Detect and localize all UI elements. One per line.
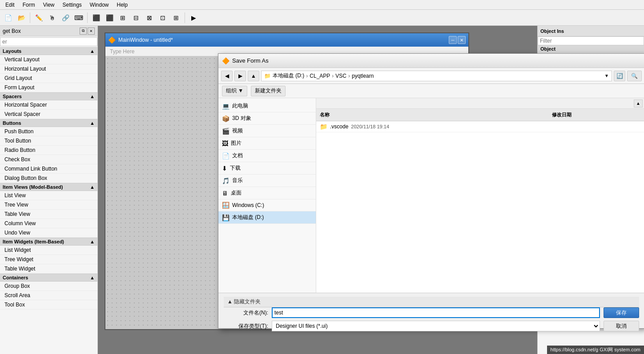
layout-split-v-button[interactable]: ⊡ [157, 12, 169, 24]
documents-label: 文档 [232, 152, 243, 159]
forward-button[interactable]: ▶ [234, 71, 246, 81]
widget-column-view[interactable]: Column View [0, 219, 97, 228]
cancel-button[interactable]: 取消 [604, 321, 639, 331]
breadcrumb-pyqtlearn[interactable]: pyqtlearn [352, 73, 374, 79]
menu-view[interactable]: View [40, 1, 58, 9]
widget-push-button[interactable]: Push Button [0, 127, 97, 136]
layout-form-button[interactable]: ⊟ [130, 12, 142, 24]
qt-minimize-btn[interactable]: ─ [449, 36, 457, 44]
save-button[interactable]: 保存 [604, 307, 639, 318]
menu-edit[interactable]: Edit [2, 1, 18, 9]
open-button[interactable]: 📂 [15, 12, 28, 24]
breadcrumb-app[interactable]: CL_APP [310, 73, 330, 79]
layout-split-h-button[interactable]: ⊠ [143, 12, 156, 24]
widget-search-input[interactable] [0, 37, 97, 46]
category-buttons[interactable]: Buttons▲ [0, 119, 97, 127]
file-item-vscode[interactable]: 📁 .vscode 2020/11/18 19:14 [316, 121, 644, 132]
layout-v-button[interactable]: ⬛ [103, 12, 116, 24]
widget-horizontal-spacer[interactable]: Horizontal Spacer [0, 100, 97, 110]
refresh-button[interactable]: 🔄 [614, 71, 625, 81]
menu-window[interactable]: Window [86, 1, 113, 9]
new-folder-button[interactable]: 新建文件夹 [251, 86, 286, 96]
sidebar-pictures[interactable]: 🖼 图片 [218, 137, 316, 150]
widget-table-widget[interactable]: Table Widget [0, 264, 97, 274]
hide-folder-row: ▲ 隐藏文件夹 [224, 297, 639, 307]
buddy-button[interactable]: 🔗 [59, 12, 72, 24]
layout-h-button[interactable]: ⬛ [90, 12, 102, 24]
widget-command-link-button[interactable]: Command Link Button [0, 164, 97, 174]
widget-group-box[interactable]: Group Box [0, 282, 97, 291]
vscode-folder-icon: 📁 [320, 123, 327, 130]
date-column-header[interactable]: 修改日期 [552, 111, 641, 118]
widget-tool-button[interactable]: Tool Button [0, 136, 97, 146]
widget-box-close-btn[interactable]: ✕ [88, 28, 95, 35]
sidebar-video[interactable]: 🎬 视频 [218, 125, 316, 137]
menu-form[interactable]: Form [19, 1, 39, 9]
widget-table-view[interactable]: Table View [0, 210, 97, 219]
sidebar-this-pc[interactable]: 💻 此电脑 [218, 100, 316, 112]
search-button[interactable]: 🔍 [627, 71, 642, 81]
breadcrumb-dropdown-btn[interactable]: ▼ [604, 73, 609, 78]
category-layouts[interactable]: Layouts▲ [0, 47, 97, 55]
sidebar-local-d[interactable]: 💾 本地磁盘 (D:) [218, 211, 316, 224]
widget-grid-layout[interactable]: Grid Layout [0, 74, 97, 83]
category-containers[interactable]: Containers▲ [0, 274, 97, 282]
filename-row: 文件名(N): 保存 [224, 307, 639, 318]
sidebar-3d-objects[interactable]: 📦 3D 对象 [218, 112, 316, 125]
breadcrumb-vsc[interactable]: VSC [335, 73, 346, 79]
edit-mode-button[interactable]: ✏️ [32, 12, 45, 24]
qt-menu-placeholder[interactable]: Type Here [107, 48, 137, 55]
menu-settings[interactable]: Settings [59, 1, 85, 9]
widget-radio-button[interactable]: Radio Button [0, 146, 97, 155]
widget-dialog-button-box[interactable]: Dialog Button Box [0, 174, 97, 183]
qt-close-btn[interactable]: ✕ [458, 36, 466, 44]
category-spacers[interactable]: Spacers▲ [0, 92, 97, 100]
sidebar-music[interactable]: 🎵 音乐 [218, 175, 316, 187]
pictures-icon: 🖼 [222, 140, 228, 147]
sidebar-windows-c[interactable]: 🪟 Windows (C:) [218, 199, 316, 211]
menu-help[interactable]: Help [113, 1, 132, 9]
object-inspector-header: Object Ins [538, 26, 644, 36]
tab-order-button[interactable]: ⌨ [72, 12, 85, 24]
toolbar-sep-1 [30, 12, 30, 23]
widget-tree-view[interactable]: Tree View [0, 200, 97, 210]
new-button[interactable]: 📄 [2, 12, 14, 24]
save-dialog-toolbar: ◀ ▶ ▲ 📁 本地磁盘 (D:) › CL_APP › VSC › pyqtl… [218, 68, 644, 84]
back-button[interactable]: ◀ [221, 71, 233, 81]
sidebar-documents[interactable]: 📄 文档 [218, 150, 316, 162]
widget-box-float-btn[interactable]: ⧉ [80, 28, 87, 35]
category-item-views[interactable]: Item Views (Model-Based)▲ [0, 183, 97, 191]
widget-check-box[interactable]: Check Box [0, 155, 97, 164]
widget-list-view[interactable]: List View [0, 191, 97, 200]
sidebar-scroll-up-btn[interactable]: ▲ [634, 99, 643, 107]
breadcrumb-drive[interactable]: 本地磁盘 (D:) [273, 72, 304, 80]
break-layout-button[interactable]: ⊞ [170, 12, 182, 24]
widget-form-layout[interactable]: Form Layout [0, 83, 97, 92]
widget-horizontal-layout[interactable]: Horizontal Layout [0, 64, 97, 74]
widget-vertical-layout[interactable]: Vertical Layout [0, 55, 97, 64]
object-inspector-filter[interactable] [538, 36, 644, 45]
preview-button[interactable]: ▶ [187, 12, 200, 24]
documents-icon: 📄 [222, 152, 229, 159]
organize-button[interactable]: 组织 ▼ [222, 86, 247, 96]
filetype-row: 保存类型(T): Designer UI files (*.ui) 取消 [224, 321, 639, 331]
widget-tree-widget[interactable]: Tree Widget [0, 255, 97, 264]
sidebar-desktop[interactable]: 🖥 桌面 [218, 187, 316, 199]
name-column-header[interactable]: 名称 [320, 111, 552, 118]
widget-undo-view[interactable]: Undo View [0, 228, 97, 238]
up-button[interactable]: ▲ [248, 71, 259, 81]
widget-box-title: get Box [3, 28, 21, 34]
widget-list-widget[interactable]: List Widget [0, 246, 97, 255]
widget-scroll-area[interactable]: Scroll Area [0, 291, 97, 300]
select-button[interactable]: 🖱 [46, 12, 58, 24]
filetype-select[interactable]: Designer UI files (*.ui) [272, 321, 600, 331]
dialog-sidebar: 💻 此电脑 📦 3D 对象 🎬 视频 🖼 图片 📄 文档 ⬇ 下载 [218, 98, 316, 307]
category-item-widgets[interactable]: Item Widgets (Item-Based)▲ [0, 238, 97, 246]
layout-grid-button[interactable]: ⊞ [117, 12, 129, 24]
hide-folder-label[interactable]: ▲ 隐藏文件夹 [227, 298, 261, 306]
sidebar-downloads[interactable]: ⬇ 下载 [218, 162, 316, 175]
widget-vertical-spacer[interactable]: Vertical Spacer [0, 110, 97, 119]
video-label: 视频 [232, 127, 243, 135]
filename-input[interactable] [272, 307, 600, 318]
widget-tool-box[interactable]: Tool Box [0, 300, 97, 310]
